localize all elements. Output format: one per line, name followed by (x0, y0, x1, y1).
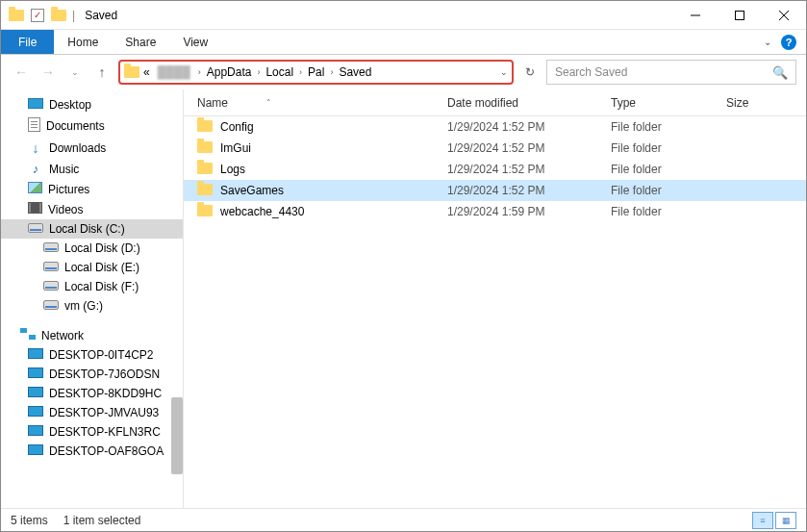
status-bar: 5 items 1 item selected ≡ ▦ (1, 508, 806, 531)
computer-icon (28, 425, 43, 439)
details-view-button[interactable]: ≡ (752, 512, 773, 529)
tree-item[interactable]: DESKTOP-0IT4CP2 (1, 345, 183, 365)
disk-icon (43, 241, 59, 255)
navigation-tree[interactable]: DesktopDocuments↓Downloads♪MusicPictures… (1, 89, 184, 508)
file-type: File folder (611, 205, 726, 218)
sort-indicator-icon: ˄ (266, 98, 271, 108)
tree-item[interactable]: Local Disk (F:) (1, 277, 183, 296)
tree-item[interactable]: DESKTOP-8KDD9HC (1, 384, 183, 403)
tab-share[interactable]: Share (112, 30, 169, 54)
folder-icon (197, 163, 213, 177)
tree-item-label: Music (49, 163, 79, 176)
tree-item[interactable]: DESKTOP-KFLN3RC (1, 422, 183, 442)
tree-item[interactable]: DESKTOP-7J6ODSN (1, 365, 183, 384)
maximize-button[interactable] (718, 1, 762, 30)
address-bar[interactable]: « ████ › AppData › Local › Pal › Saved ⌄ (118, 60, 514, 85)
refresh-button[interactable]: ↻ (519, 62, 541, 83)
folder-icon (197, 120, 213, 135)
tree-item-label: Network (41, 329, 84, 342)
column-headers: Name ˄ Date modified Type Size (184, 89, 806, 116)
file-date: 1/29/2024 1:52 PM (447, 184, 611, 197)
folder-icon (197, 184, 213, 198)
tree-item[interactable]: DESKTOP-OAF8GOA (1, 442, 183, 461)
address-dropdown-icon[interactable]: ⌄ (500, 67, 508, 77)
disk-icon (43, 299, 59, 313)
computer-icon (28, 387, 43, 400)
down-icon: ↓ (28, 140, 43, 156)
tree-item[interactable]: Local Disk (E:) (1, 258, 183, 277)
network-icon (20, 328, 36, 342)
tab-home[interactable]: Home (54, 30, 112, 54)
vid-icon (28, 202, 42, 216)
tab-view[interactable]: View (169, 30, 221, 54)
breadcrumb-segment[interactable]: Local (264, 65, 295, 79)
back-button[interactable]: ← (11, 62, 32, 83)
tree-item-label: Local Disk (D:) (64, 241, 140, 255)
table-row[interactable]: Config 1/29/2024 1:52 PM File folder (184, 116, 806, 138)
tree-item-label: DESKTOP-7J6ODSN (49, 367, 160, 381)
tree-item-label: DESKTOP-0IT4CP2 (49, 348, 153, 362)
tree-item[interactable]: Videos (1, 199, 183, 219)
tree-item[interactable]: Pictures (1, 179, 183, 199)
breadcrumb-overflow[interactable]: « (141, 65, 152, 79)
tree-item-label: DESKTOP-JMVAU93 (49, 406, 159, 419)
forward-button[interactable]: → (38, 62, 59, 83)
breadcrumb-segment[interactable]: Pal (306, 65, 326, 79)
breadcrumb-segment[interactable]: AppData (205, 65, 254, 79)
ribbon-collapse-icon[interactable]: ⌄ (764, 37, 771, 47)
properties-icon[interactable]: ✓ (30, 8, 45, 23)
scrollbar[interactable] (171, 397, 183, 474)
column-size[interactable]: Size (726, 96, 806, 110)
column-type[interactable]: Type (611, 96, 726, 110)
doc-icon (28, 117, 40, 135)
tree-item[interactable]: vm (G:) (1, 296, 183, 316)
tree-item[interactable]: DESKTOP-JMVAU93 (1, 403, 183, 422)
tree-item-label: DESKTOP-KFLN3RC (49, 425, 161, 439)
disk-icon (43, 261, 59, 274)
minimize-button[interactable] (673, 1, 718, 30)
svg-rect-1 (736, 11, 744, 19)
column-date[interactable]: Date modified (447, 96, 611, 110)
help-icon[interactable]: ? (781, 35, 796, 50)
tree-item[interactable]: Local Disk (C:) (1, 219, 183, 239)
tree-item[interactable]: ♪Music (1, 159, 183, 179)
recent-locations-button[interactable]: ⌄ (64, 62, 86, 83)
table-row[interactable]: ImGui 1/29/2024 1:52 PM File folder (184, 138, 806, 159)
column-name[interactable]: Name (197, 96, 228, 110)
tree-item-label: Local Disk (C:) (49, 222, 125, 236)
folder-icon (197, 141, 213, 156)
tree-item[interactable]: ↓Downloads (1, 138, 183, 159)
table-row[interactable]: webcache_4430 1/29/2024 1:59 PM File fol… (184, 201, 806, 222)
tree-item-label: Desktop (49, 98, 91, 112)
disk-icon (43, 280, 59, 293)
file-list: Name ˄ Date modified Type Size Config 1/… (184, 89, 806, 508)
file-name: Config (220, 120, 254, 134)
nav-row: ← → ⌄ ↑ « ████ › AppData › Local › Pal ›… (1, 55, 806, 89)
tree-item[interactable]: Documents (1, 114, 183, 138)
breadcrumb-segment[interactable]: Saved (337, 65, 373, 79)
tree-item-label: DESKTOP-8KDD9HC (49, 387, 162, 400)
tree-item-network[interactable]: Network (1, 325, 183, 345)
file-type: File folder (611, 141, 726, 155)
tree-item[interactable]: Desktop (1, 95, 183, 114)
thumbnails-view-button[interactable]: ▦ (775, 512, 796, 529)
chevron-right-icon[interactable]: › (330, 67, 333, 77)
up-button[interactable]: ↑ (91, 62, 113, 83)
close-button[interactable] (762, 1, 806, 30)
tree-item[interactable]: Local Disk (D:) (1, 239, 183, 258)
folder-icon (124, 64, 139, 80)
file-tab[interactable]: File (1, 30, 54, 54)
search-icon: 🔍 (772, 65, 788, 80)
chevron-right-icon[interactable]: › (257, 67, 260, 77)
tree-item-label: Pictures (48, 183, 89, 196)
chevron-right-icon[interactable]: › (299, 67, 302, 77)
search-input[interactable]: Search Saved 🔍 (546, 60, 796, 85)
breadcrumb-segment[interactable]: ████ (154, 65, 194, 79)
table-row[interactable]: SaveGames 1/29/2024 1:52 PM File folder (184, 180, 806, 201)
table-row[interactable]: Logs 1/29/2024 1:52 PM File folder (184, 159, 806, 180)
folder-icon (197, 205, 213, 219)
file-type: File folder (611, 120, 726, 134)
computer-icon (28, 348, 43, 362)
chevron-right-icon[interactable]: › (198, 67, 201, 77)
search-placeholder: Search Saved (555, 65, 772, 79)
